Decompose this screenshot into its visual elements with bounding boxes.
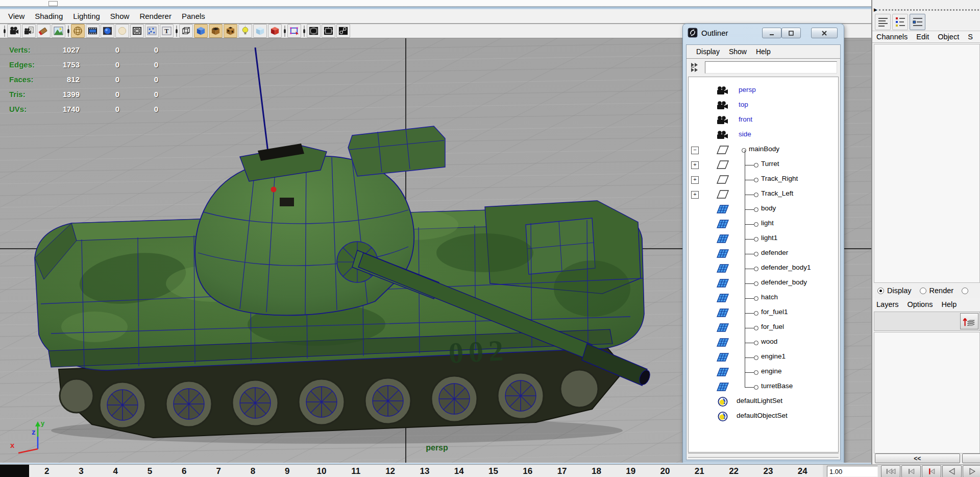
menu-item-lighting[interactable]: Lighting — [68, 12, 105, 20]
shaded-objects-icon[interactable] — [194, 24, 208, 38]
resolution-gate-icon[interactable] — [322, 24, 335, 38]
particle-display-icon[interactable] — [145, 24, 159, 38]
outliner-item-engine[interactable]: engine — [689, 365, 838, 379]
outliner-titlebar[interactable]: Outliner — [683, 24, 844, 41]
layers-menu-layers[interactable]: Layers — [876, 300, 899, 308]
outliner-item-top[interactable]: top — [689, 98, 838, 113]
outliner-item-for_fuel1[interactable]: for_fuel1 — [689, 305, 838, 320]
channel-layout-wide-button[interactable] — [875, 14, 891, 30]
outliner-item-side[interactable]: side — [689, 128, 838, 142]
menu-item-shading[interactable]: Shading — [30, 12, 68, 20]
close-button[interactable] — [811, 28, 838, 38]
outliner-menu-help[interactable]: Help — [751, 47, 775, 56]
outliner-item-hatch[interactable]: hatch — [689, 291, 838, 305]
panel-drag-handle[interactable]: ▶ — [872, 7, 980, 13]
channel-box-area[interactable] — [874, 44, 980, 283]
textured-display-icon[interactable]: T — [160, 24, 174, 38]
pane-drag-handle-icon[interactable] — [2, 25, 7, 38]
radio-render[interactable]: Render — [920, 287, 954, 295]
group-drag-handle-icon[interactable] — [282, 25, 287, 38]
menu-item-show[interactable]: Show — [105, 12, 135, 20]
menu-item-panels[interactable]: Panels — [177, 12, 210, 20]
create-layer-button[interactable] — [960, 313, 978, 329]
wireframe-display-icon[interactable] — [71, 24, 85, 38]
outliner-item-defender[interactable]: defender — [689, 246, 838, 261]
radio-truncated[interactable] — [962, 288, 971, 294]
joint-xray-icon[interactable] — [336, 24, 350, 38]
outliner-item-defaultLightSet[interactable]: defaultLightSet — [689, 394, 838, 409]
layers-menu-help[interactable]: Help — [942, 300, 957, 308]
outliner-search-input[interactable] — [705, 61, 837, 74]
outliner-filter-icon[interactable] — [690, 61, 703, 74]
radio-display[interactable]: Display — [877, 287, 912, 295]
outliner-item-for_fuel[interactable]: for_fuel — [689, 320, 838, 335]
select-camera-icon[interactable] — [7, 24, 21, 38]
film-gate-icon[interactable] — [307, 24, 321, 38]
outliner-item-turretBase[interactable]: turretBase — [689, 379, 838, 394]
outliner-menu-show[interactable]: Show — [724, 47, 751, 56]
group-drag-handle-icon[interactable] — [302, 25, 306, 38]
expand-toggle[interactable]: + — [691, 161, 699, 169]
channel-menu-object[interactable]: Object — [938, 33, 959, 41]
outliner-item-defender_body[interactable]: defender_body — [689, 276, 838, 291]
outliner-bottom-scroll-strip[interactable] — [688, 453, 839, 458]
channel-menu-s[interactable]: S — [968, 33, 973, 41]
previous-key-button[interactable] — [922, 465, 941, 477]
shaded-display-icon[interactable] — [101, 24, 114, 38]
tank-marking: 002 — [448, 333, 509, 370]
outliner-item-Track_Right[interactable]: +Track_Right — [689, 172, 838, 187]
xray-display-icon[interactable] — [253, 24, 267, 38]
grease-pencil-icon[interactable] — [37, 24, 51, 38]
open-cube-display-icon[interactable] — [209, 24, 223, 38]
outliner-item-mainBody[interactable]: −mainBody — [689, 142, 838, 157]
outliner-item-light[interactable]: light — [689, 217, 838, 231]
menu-item-view[interactable]: View — [3, 12, 30, 20]
outliner-item-body[interactable]: body — [689, 202, 838, 217]
channel-menu-edit[interactable]: Edit — [916, 33, 929, 41]
layers-list-area[interactable] — [874, 332, 980, 454]
selection-highlight-icon[interactable] — [287, 24, 301, 38]
playback-speed-field[interactable] — [827, 466, 878, 477]
use-all-lights-icon[interactable] — [238, 24, 252, 38]
camera-attributes-icon[interactable] — [22, 24, 36, 38]
backface-culling-icon[interactable] — [268, 24, 282, 38]
channel-menu-channels[interactable]: Channels — [876, 33, 908, 41]
outliner-menu-display[interactable]: Display — [692, 47, 724, 56]
go-to-start-button[interactable] — [881, 465, 900, 477]
outliner-item-defender_body1[interactable]: defender_body1 — [689, 261, 838, 276]
default-material-icon[interactable] — [130, 24, 144, 38]
time-slider[interactable]: 23456789101112131415161718192021222324 — [0, 464, 823, 477]
outliner-item-Turret[interactable]: +Turret — [689, 157, 838, 172]
minimize-button[interactable] — [762, 28, 781, 38]
expand-toggle[interactable]: + — [691, 191, 699, 199]
outliner-item-defaultObjectSet[interactable]: defaultObjectSet — [689, 409, 838, 424]
image-plane-icon[interactable] — [52, 24, 65, 38]
maximize-button[interactable] — [781, 28, 801, 38]
outliner-item-persp[interactable]: persp — [689, 83, 838, 98]
smooth-shade-icon[interactable] — [86, 24, 100, 38]
play-forward-button[interactable] — [963, 465, 980, 477]
channel-layout-narrow-button[interactable] — [910, 14, 925, 30]
outliner-item-wood[interactable]: wood — [689, 335, 838, 350]
collapse-panel-button[interactable]: << — [875, 454, 960, 463]
step-back-button[interactable] — [901, 465, 921, 477]
outliner-item-front[interactable]: front — [689, 113, 838, 128]
outliner-window[interactable]: Outliner DisplayShowHelp persptopfrontsi… — [682, 23, 844, 464]
wireframe-on-shaded-icon[interactable] — [179, 24, 193, 38]
collapse-panel-button-2[interactable] — [962, 454, 980, 463]
outliner-item-light1[interactable]: light1 — [689, 231, 838, 246]
group-drag-handle-icon[interactable] — [174, 25, 179, 38]
channel-layout-keyable-button[interactable] — [892, 14, 908, 30]
layers-menu-options[interactable]: Options — [908, 300, 933, 308]
current-frame-marker[interactable] — [0, 465, 29, 477]
outliner-item-Track_Left[interactable]: +Track_Left — [689, 187, 838, 202]
tank-model[interactable]: 002 — [35, 126, 652, 444]
play-backwards-button[interactable] — [942, 465, 962, 477]
menu-item-renderer[interactable]: Renderer — [134, 12, 177, 20]
outliner-item-engine1[interactable]: engine1 — [689, 350, 838, 365]
collapse-toggle[interactable]: − — [691, 147, 699, 154]
textured-cube-display-icon[interactable] — [224, 24, 237, 38]
group-drag-handle-icon[interactable] — [66, 25, 70, 38]
expand-toggle[interactable]: + — [691, 176, 699, 184]
flat-lighting-icon[interactable] — [115, 24, 129, 38]
